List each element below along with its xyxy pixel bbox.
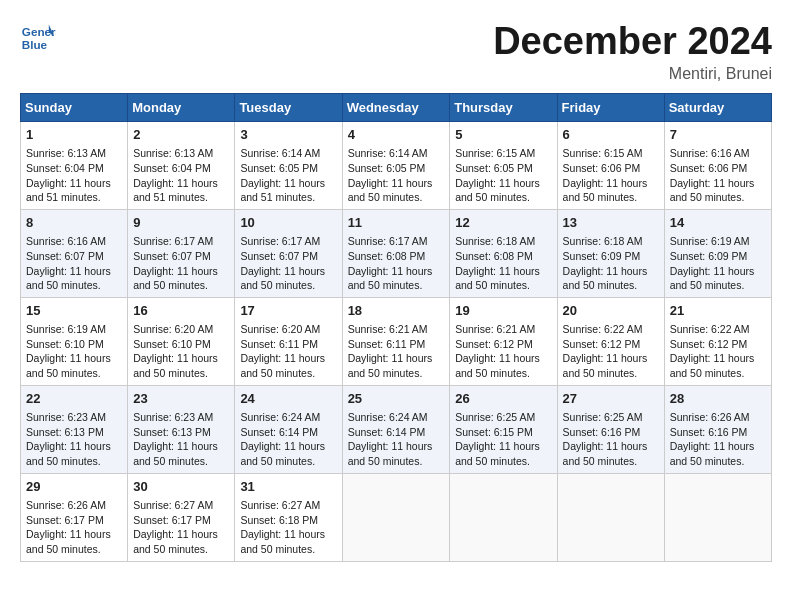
calendar-cell: 8Sunrise: 6:16 AMSunset: 6:07 PMDaylight… — [21, 209, 128, 297]
sunrise: Sunrise: 6:13 AM — [133, 147, 213, 159]
logo-icon: General Blue — [20, 20, 56, 56]
daylight: Daylight: 11 hours and 50 minutes. — [240, 528, 325, 555]
day-header-sunday: Sunday — [21, 94, 128, 122]
calendar-cell: 10Sunrise: 6:17 AMSunset: 6:07 PMDayligh… — [235, 209, 342, 297]
day-number: 18 — [348, 302, 445, 320]
sunrise: Sunrise: 6:17 AM — [240, 235, 320, 247]
daylight: Daylight: 11 hours and 50 minutes. — [455, 177, 540, 204]
sunset: Sunset: 6:12 PM — [670, 338, 748, 350]
day-number: 8 — [26, 214, 122, 232]
daylight: Daylight: 11 hours and 50 minutes. — [133, 440, 218, 467]
logo: General Blue — [20, 20, 56, 56]
day-header-thursday: Thursday — [450, 94, 557, 122]
calendar-cell: 9Sunrise: 6:17 AMSunset: 6:07 PMDaylight… — [128, 209, 235, 297]
calendar-title: December 2024 — [493, 20, 772, 63]
sunset: Sunset: 6:10 PM — [133, 338, 211, 350]
day-number: 27 — [563, 390, 659, 408]
day-number: 31 — [240, 478, 336, 496]
calendar-cell: 17Sunrise: 6:20 AMSunset: 6:11 PMDayligh… — [235, 297, 342, 385]
day-number: 3 — [240, 126, 336, 144]
daylight: Daylight: 11 hours and 50 minutes. — [240, 440, 325, 467]
sunrise: Sunrise: 6:27 AM — [240, 499, 320, 511]
sunset: Sunset: 6:13 PM — [133, 426, 211, 438]
calendar-cell: 11Sunrise: 6:17 AMSunset: 6:08 PMDayligh… — [342, 209, 450, 297]
day-number: 23 — [133, 390, 229, 408]
sunrise: Sunrise: 6:18 AM — [455, 235, 535, 247]
sunset: Sunset: 6:07 PM — [133, 250, 211, 262]
day-number: 20 — [563, 302, 659, 320]
title-area: December 2024 Mentiri, Brunei — [493, 20, 772, 83]
calendar-cell: 16Sunrise: 6:20 AMSunset: 6:10 PMDayligh… — [128, 297, 235, 385]
sunrise: Sunrise: 6:14 AM — [348, 147, 428, 159]
calendar-cell — [664, 473, 771, 561]
calendar-cell — [450, 473, 557, 561]
calendar-cell: 31Sunrise: 6:27 AMSunset: 6:18 PMDayligh… — [235, 473, 342, 561]
sunrise: Sunrise: 6:23 AM — [133, 411, 213, 423]
calendar-cell: 26Sunrise: 6:25 AMSunset: 6:15 PMDayligh… — [450, 385, 557, 473]
daylight: Daylight: 11 hours and 50 minutes. — [670, 440, 755, 467]
sunset: Sunset: 6:07 PM — [26, 250, 104, 262]
calendar-cell — [342, 473, 450, 561]
sunrise: Sunrise: 6:16 AM — [26, 235, 106, 247]
daylight: Daylight: 11 hours and 50 minutes. — [455, 352, 540, 379]
daylight: Daylight: 11 hours and 50 minutes. — [26, 528, 111, 555]
day-number: 10 — [240, 214, 336, 232]
day-number: 1 — [26, 126, 122, 144]
calendar-table: SundayMondayTuesdayWednesdayThursdayFrid… — [20, 93, 772, 562]
sunset: Sunset: 6:08 PM — [455, 250, 533, 262]
sunset: Sunset: 6:12 PM — [455, 338, 533, 350]
sunrise: Sunrise: 6:20 AM — [133, 323, 213, 335]
sunset: Sunset: 6:05 PM — [240, 162, 318, 174]
sunset: Sunset: 6:09 PM — [563, 250, 641, 262]
sunrise: Sunrise: 6:19 AM — [26, 323, 106, 335]
calendar-cell: 29Sunrise: 6:26 AMSunset: 6:17 PMDayligh… — [21, 473, 128, 561]
calendar-cell: 23Sunrise: 6:23 AMSunset: 6:13 PMDayligh… — [128, 385, 235, 473]
calendar-subtitle: Mentiri, Brunei — [493, 65, 772, 83]
daylight: Daylight: 11 hours and 50 minutes. — [563, 265, 648, 292]
calendar-cell: 19Sunrise: 6:21 AMSunset: 6:12 PMDayligh… — [450, 297, 557, 385]
sunrise: Sunrise: 6:25 AM — [563, 411, 643, 423]
day-number: 11 — [348, 214, 445, 232]
calendar-cell: 12Sunrise: 6:18 AMSunset: 6:08 PMDayligh… — [450, 209, 557, 297]
sunset: Sunset: 6:07 PM — [240, 250, 318, 262]
day-number: 21 — [670, 302, 766, 320]
calendar-body: 1Sunrise: 6:13 AMSunset: 6:04 PMDaylight… — [21, 122, 772, 562]
sunrise: Sunrise: 6:22 AM — [563, 323, 643, 335]
calendar-cell: 21Sunrise: 6:22 AMSunset: 6:12 PMDayligh… — [664, 297, 771, 385]
daylight: Daylight: 11 hours and 51 minutes. — [240, 177, 325, 204]
sunset: Sunset: 6:11 PM — [240, 338, 318, 350]
calendar-header-row: SundayMondayTuesdayWednesdayThursdayFrid… — [21, 94, 772, 122]
sunrise: Sunrise: 6:27 AM — [133, 499, 213, 511]
sunset: Sunset: 6:04 PM — [26, 162, 104, 174]
calendar-cell: 18Sunrise: 6:21 AMSunset: 6:11 PMDayligh… — [342, 297, 450, 385]
sunset: Sunset: 6:14 PM — [240, 426, 318, 438]
sunrise: Sunrise: 6:24 AM — [348, 411, 428, 423]
day-number: 14 — [670, 214, 766, 232]
calendar-cell: 15Sunrise: 6:19 AMSunset: 6:10 PMDayligh… — [21, 297, 128, 385]
daylight: Daylight: 11 hours and 50 minutes. — [26, 265, 111, 292]
calendar-week-2: 8Sunrise: 6:16 AMSunset: 6:07 PMDaylight… — [21, 209, 772, 297]
sunrise: Sunrise: 6:26 AM — [26, 499, 106, 511]
calendar-cell: 30Sunrise: 6:27 AMSunset: 6:17 PMDayligh… — [128, 473, 235, 561]
sunset: Sunset: 6:15 PM — [455, 426, 533, 438]
sunrise: Sunrise: 6:16 AM — [670, 147, 750, 159]
calendar-cell: 6Sunrise: 6:15 AMSunset: 6:06 PMDaylight… — [557, 122, 664, 210]
calendar-cell: 24Sunrise: 6:24 AMSunset: 6:14 PMDayligh… — [235, 385, 342, 473]
header: General Blue December 2024 Mentiri, Brun… — [20, 20, 772, 83]
sunset: Sunset: 6:16 PM — [563, 426, 641, 438]
calendar-cell: 2Sunrise: 6:13 AMSunset: 6:04 PMDaylight… — [128, 122, 235, 210]
daylight: Daylight: 11 hours and 50 minutes. — [670, 265, 755, 292]
daylight: Daylight: 11 hours and 50 minutes. — [563, 352, 648, 379]
daylight: Daylight: 11 hours and 50 minutes. — [455, 440, 540, 467]
sunrise: Sunrise: 6:17 AM — [348, 235, 428, 247]
day-number: 29 — [26, 478, 122, 496]
day-number: 30 — [133, 478, 229, 496]
day-header-wednesday: Wednesday — [342, 94, 450, 122]
sunrise: Sunrise: 6:13 AM — [26, 147, 106, 159]
daylight: Daylight: 11 hours and 50 minutes. — [563, 177, 648, 204]
daylight: Daylight: 11 hours and 50 minutes. — [240, 265, 325, 292]
day-header-monday: Monday — [128, 94, 235, 122]
sunset: Sunset: 6:09 PM — [670, 250, 748, 262]
day-number: 28 — [670, 390, 766, 408]
daylight: Daylight: 11 hours and 50 minutes. — [670, 177, 755, 204]
